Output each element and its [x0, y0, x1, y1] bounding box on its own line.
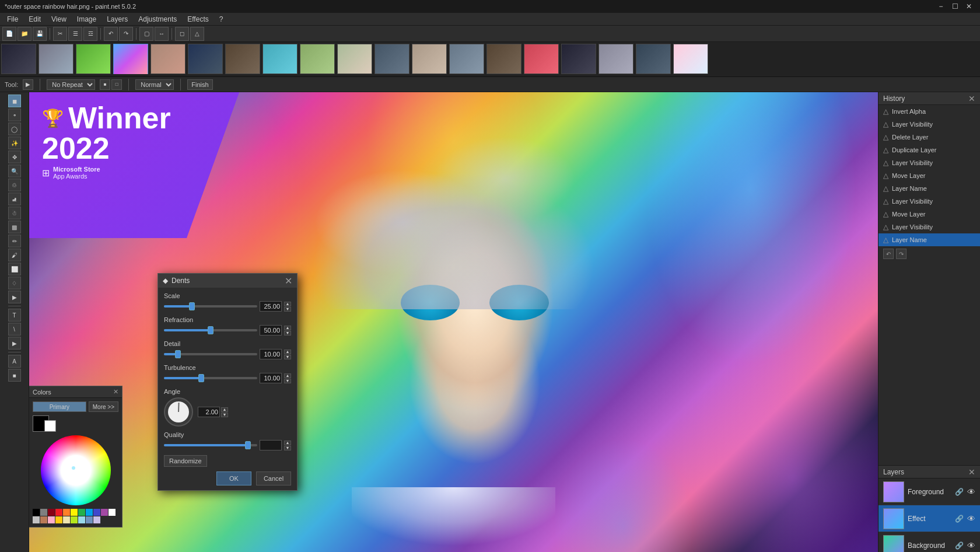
palette-color-#22b14c[interactable]: [78, 509, 85, 516]
tool-rectangle-select[interactable]: ◼: [8, 95, 21, 107]
layer-background[interactable]: Background 🔗 👁: [878, 532, 980, 552]
layer-foreground[interactable]: Foreground 🔗 👁: [878, 478, 980, 505]
img-tab-5[interactable]: [150, 44, 186, 74]
turbulence-thumb[interactable]: [198, 374, 204, 382]
tool-text[interactable]: T: [8, 309, 21, 322]
scale-down[interactable]: ▼: [284, 307, 291, 312]
minimize-button[interactable]: −: [935, 0, 947, 13]
palette-color-#880015[interactable]: [48, 509, 55, 516]
tool-eraser[interactable]: ⬜: [8, 263, 21, 275]
img-tab-16[interactable]: [561, 44, 596, 74]
menu-adjustments[interactable]: Adjustments: [134, 14, 181, 25]
toolbar-invert[interactable]: △: [190, 27, 204, 41]
color-wheel-container[interactable]: [41, 435, 111, 505]
refraction-up[interactable]: ▲: [284, 326, 291, 330]
toolbar-undo[interactable]: ↶: [104, 27, 118, 41]
palette-color-#ffc90e[interactable]: [55, 516, 62, 523]
maximize-button[interactable]: ☐: [949, 0, 961, 13]
tool-extra-1[interactable]: A: [8, 355, 21, 368]
toolbar-save[interactable]: 💾: [33, 27, 47, 41]
img-tab-7[interactable]: [225, 44, 260, 74]
palette-color-#ffffff[interactable]: [108, 509, 116, 516]
dents-dialog-title[interactable]: ◆ Dents ✕: [158, 274, 297, 288]
history-item-move-layer-2[interactable]: △ Move Layer: [878, 208, 980, 221]
history-item-move-layer-1[interactable]: △ Move Layer: [878, 169, 980, 182]
detail-value[interactable]: [260, 349, 282, 359]
angle-up[interactable]: ▲: [221, 407, 228, 412]
toolbar-redo[interactable]: ↷: [119, 27, 133, 41]
palette-color-#000000[interactable]: [33, 509, 40, 516]
angle-wheel[interactable]: [164, 397, 193, 427]
palette-color-#b97a57[interactable]: [40, 516, 47, 523]
cancel-button[interactable]: Cancel: [256, 471, 291, 485]
tool-eyedropper[interactable]: ⛸: [8, 193, 21, 205]
tool-opt-btn-1[interactable]: ■: [100, 79, 110, 90]
toolbar-open[interactable]: 📁: [18, 27, 32, 41]
quality-slider[interactable]: [164, 444, 257, 446]
detail-down[interactable]: ▼: [284, 355, 291, 359]
tool-paint-bucket[interactable]: ☃: [8, 207, 21, 219]
img-tab-2[interactable]: [38, 44, 74, 74]
toolbar-copy[interactable]: ☰: [68, 27, 82, 41]
tool-gradient[interactable]: ▩: [8, 221, 21, 233]
quality-thumb[interactable]: [245, 441, 251, 449]
angle-down[interactable]: ▼: [221, 413, 228, 417]
history-redo-btn[interactable]: ↷: [896, 249, 907, 259]
toolbar-new[interactable]: 📄: [2, 27, 16, 41]
detail-up[interactable]: ▲: [284, 350, 291, 354]
window-controls[interactable]: − ☐ ✕: [935, 0, 975, 13]
menu-file[interactable]: File: [2, 14, 23, 25]
history-item-layer-visibility-3[interactable]: △ Layer Visibility: [878, 195, 980, 208]
tool-magic-wand[interactable]: ✨: [8, 137, 21, 149]
angle-value[interactable]: [198, 407, 220, 417]
layer-effect[interactable]: Effect 🔗 👁: [878, 505, 980, 532]
palette-color-#efe4b0[interactable]: [63, 516, 70, 523]
history-item-delete-layer[interactable]: △ Delete Layer: [878, 131, 980, 144]
palette-color-#c3c3c3[interactable]: [33, 516, 40, 523]
history-item-layer-visibility-1[interactable]: △ Layer Visibility: [878, 118, 980, 131]
img-tab-14[interactable]: [487, 44, 522, 74]
detail-thumb[interactable]: [175, 350, 181, 358]
palette-color-#7092be[interactable]: [86, 516, 93, 523]
turbulence-down[interactable]: ▼: [284, 379, 291, 383]
secondary-swatch[interactable]: [44, 420, 56, 432]
finish-button[interactable]: Finish: [187, 79, 212, 90]
img-tab-17[interactable]: [598, 44, 634, 74]
layers-close-button[interactable]: ✕: [968, 467, 975, 477]
menu-edit[interactable]: Edit: [24, 14, 46, 25]
toolbar-paste[interactable]: ☲: [83, 27, 97, 41]
history-item-layer-visibility-2[interactable]: △ Layer Visibility: [878, 156, 980, 169]
scale-thumb[interactable]: [189, 302, 195, 310]
quality-up[interactable]: ▲: [284, 441, 291, 445]
img-tab-11[interactable]: [374, 44, 410, 74]
menu-layers[interactable]: Layers: [102, 14, 132, 25]
palette-color-#ed1c24[interactable]: [55, 509, 62, 516]
palette-color-#99d9ea[interactable]: [78, 516, 85, 523]
palette-color-#fff200[interactable]: [71, 509, 78, 516]
palette-color-#b5e61d[interactable]: [71, 516, 78, 523]
menu-help[interactable]: ?: [215, 14, 228, 25]
layer-background-eye[interactable]: 👁: [967, 541, 975, 550]
toolbar-crop[interactable]: ▢: [139, 27, 153, 41]
palette-color-#ff7f27[interactable]: [63, 509, 70, 516]
layer-foreground-eye[interactable]: 👁: [967, 487, 975, 497]
history-item-layer-name-1[interactable]: △ Layer Name: [878, 182, 980, 195]
palette-color-#3f48cc[interactable]: [93, 509, 100, 516]
palette-color-#7f7f7f[interactable]: [40, 509, 47, 516]
tool-clone[interactable]: ♢: [8, 277, 21, 289]
tool-move[interactable]: ✥: [8, 151, 21, 163]
history-item-layer-name-2[interactable]: △ Layer Name: [878, 233, 980, 246]
toolbar-cut[interactable]: ✂: [53, 27, 67, 41]
refraction-slider[interactable]: [164, 329, 257, 331]
randomize-button[interactable]: Randomize: [164, 455, 207, 467]
canvas-area[interactable]: 🏆 Winner 2022 ⊞ Microsoft Store App Awar…: [29, 92, 878, 552]
close-button[interactable]: ✕: [963, 0, 975, 13]
turbulence-slider[interactable]: [164, 377, 257, 379]
scale-up[interactable]: ▲: [284, 302, 291, 306]
quality-value[interactable]: [260, 440, 282, 450]
tool-crop[interactable]: ♲: [8, 179, 21, 191]
palette-color-#c8bfe7[interactable]: [93, 516, 100, 523]
blend-mode-select[interactable]: No Repeat: [47, 79, 95, 90]
menu-effects[interactable]: Effects: [183, 14, 213, 25]
toolbar-resize[interactable]: ↔: [155, 27, 169, 41]
